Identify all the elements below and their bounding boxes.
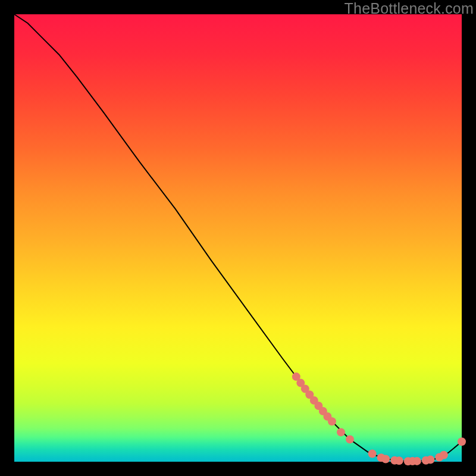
chart-frame: TheBottleneck.com [0, 0, 476, 476]
data-point [381, 455, 390, 464]
data-point [368, 450, 377, 458]
data-point [440, 451, 448, 459]
data-point [413, 457, 421, 465]
data-point [458, 437, 466, 446]
chart-svg [14, 14, 462, 462]
data-point [426, 456, 434, 464]
watermark-text: TheBottleneck.com [345, 0, 474, 17]
data-point [337, 428, 345, 436]
data-point [346, 435, 354, 443]
data-points [292, 372, 466, 465]
bottleneck-curve [14, 14, 462, 461]
data-point [328, 417, 336, 425]
plot-area [14, 14, 462, 462]
data-point [395, 456, 403, 465]
